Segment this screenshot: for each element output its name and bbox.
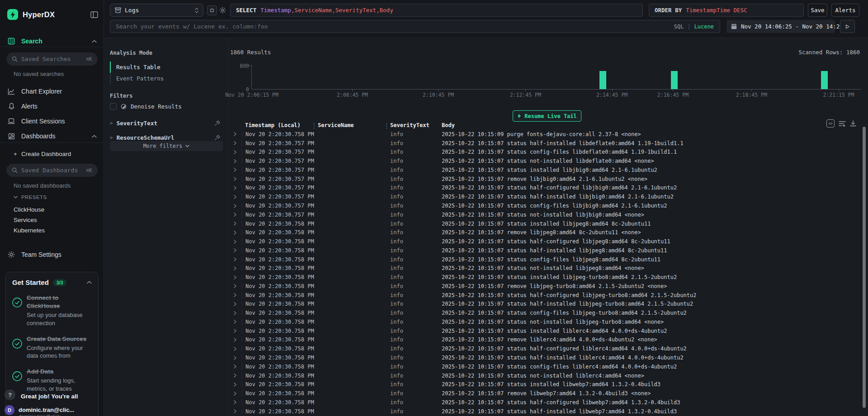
table-row[interactable]: Nov 20 2:20:30.758 PMinfo2025-10-22 10:1…: [228, 282, 865, 291]
table-row[interactable]: Nov 20 2:20:30.758 PMinfo2025-10-22 10:1…: [228, 264, 865, 273]
alerts-button[interactable]: Alerts: [831, 4, 859, 17]
expand-row-chevron-icon[interactable]: [228, 329, 242, 333]
source-settings-gear-icon[interactable]: [218, 5, 227, 14]
lucene-mode-option[interactable]: Lucene: [694, 24, 714, 30]
expand-row-chevron-icon[interactable]: [228, 311, 242, 315]
chevron-up-icon[interactable]: [92, 40, 97, 43]
table-row[interactable]: Nov 20 2:20:30.758 PMinfo2025-10-22 10:1…: [228, 398, 865, 407]
pin-icon[interactable]: [215, 135, 220, 140]
expand-row-chevron-icon[interactable]: [228, 141, 242, 145]
pin-icon[interactable]: [215, 120, 220, 126]
table-row[interactable]: Nov 20 2:20:30.758 PMinfo2025-10-22 10:1…: [228, 326, 865, 336]
analysis-mode-option[interactable]: Results Table: [110, 61, 224, 73]
expand-row-chevron-icon[interactable]: [228, 284, 242, 288]
date-range-picker[interactable]: Nov 20 14:06:25 - Nov 20 14:21:25: [726, 20, 835, 33]
table-row[interactable]: Nov 20 2:20:30.757 PMinfo2025-10-22 10:1…: [228, 210, 865, 219]
select-columns-input[interactable]: SELECT Timestamp ,ServiceName,SeverityTe…: [230, 4, 643, 17]
preset-item[interactable]: Services: [14, 215, 45, 225]
table-row[interactable]: Nov 20 2:20:30.758 PMinfo2025-10-22 10:1…: [228, 308, 865, 317]
preset-item[interactable]: Kubernetes: [14, 225, 45, 236]
table-row[interactable]: Nov 20 2:20:30.758 PMinfo2025-10-22 10:1…: [228, 362, 865, 371]
expand-row-chevron-icon[interactable]: [228, 186, 242, 190]
get-started-item[interactable]: Add DataStart sending logs, metrics, or …: [12, 368, 92, 392]
chevron-up-icon[interactable]: [92, 135, 97, 138]
table-row[interactable]: Nov 20 2:20:30.757 PMinfo2025-10-22 10:1…: [228, 139, 865, 148]
table-row[interactable]: Nov 20 2:20:30.758 PMinfo2025-10-22 10:1…: [228, 130, 865, 139]
expand-row-chevron-icon[interactable]: [228, 338, 242, 342]
source-select[interactable]: Logs: [110, 4, 203, 17]
expand-row-chevron-icon[interactable]: [228, 159, 242, 163]
expand-row-chevron-icon[interactable]: [228, 257, 242, 261]
filter-field-row[interactable]: >SeverityText: [110, 116, 224, 130]
histogram-bar[interactable]: [599, 71, 606, 89]
run-query-button[interactable]: [840, 20, 855, 33]
get-started-header[interactable]: Get Started 3/3: [12, 279, 92, 286]
table-row[interactable]: Nov 20 2:20:30.758 PMinfo2025-10-22 10:1…: [228, 255, 865, 264]
expand-row-chevron-icon[interactable]: [228, 383, 242, 387]
table-row[interactable]: Nov 20 2:20:30.758 PMinfo2025-10-22 10:1…: [228, 273, 865, 282]
table-row[interactable]: Nov 20 2:20:30.758 PMinfo2025-10-22 10:1…: [228, 344, 865, 353]
table-row[interactable]: Nov 20 2:20:30.758 PMinfo2025-10-22 10:1…: [228, 336, 865, 345]
get-started-item[interactable]: Create Data SourcesConfigure where your …: [12, 335, 92, 360]
sidebar-item-alerts[interactable]: Alerts: [0, 100, 104, 112]
table-row[interactable]: Nov 20 2:20:30.758 PMinfo2025-10-22 10:1…: [228, 219, 865, 228]
table-row[interactable]: Nov 20 2:20:30.757 PMinfo2025-10-22 10:1…: [228, 184, 865, 193]
search-input[interactable]: [110, 20, 720, 33]
column-header-body[interactable]: Body: [442, 122, 865, 128]
analysis-mode-option[interactable]: Event Patterns: [110, 73, 224, 84]
table-row[interactable]: Nov 20 2:20:30.757 PMinfo2025-10-22 10:1…: [228, 201, 865, 210]
source-compact-toggle-icon[interactable]: [207, 5, 217, 15]
saved-dashboards-input[interactable]: Saved Dashboards ⌘K: [6, 164, 98, 177]
table-row[interactable]: Nov 20 2:20:30.758 PMinfo2025-10-22 10:1…: [228, 371, 865, 380]
table-row[interactable]: Nov 20 2:20:30.758 PMinfo2025-10-22 10:1…: [228, 407, 865, 416]
help-button[interactable]: ?: [5, 389, 15, 400]
column-header-timestamp[interactable]: Timestamp (Local): [242, 122, 318, 128]
expand-row-chevron-icon[interactable]: [228, 195, 242, 199]
order-by-input[interactable]: ORDER BY TimestampTime DESC: [649, 4, 804, 17]
sidebar-item-chart-explorer[interactable]: Chart Explorer: [0, 85, 104, 97]
expand-row-chevron-icon[interactable]: [228, 400, 242, 404]
hyperdx-logo-icon[interactable]: [7, 9, 18, 20]
table-row[interactable]: Nov 20 2:20:30.758 PMinfo2025-10-22 10:1…: [228, 317, 865, 326]
histogram-bar[interactable]: [821, 71, 828, 89]
expand-row-chevron-icon[interactable]: [228, 356, 242, 360]
user-menu[interactable]: D dominic.tran@clic...: [5, 404, 99, 416]
expand-row-chevron-icon[interactable]: [228, 168, 242, 172]
expand-row-chevron-icon[interactable]: [228, 347, 242, 351]
expand-row-chevron-icon[interactable]: [228, 409, 242, 413]
expand-row-chevron-icon[interactable]: [228, 231, 242, 235]
column-header-servicename[interactable]: ServiceName: [318, 122, 390, 128]
presets-toggle[interactable]: PRESETS: [14, 194, 47, 200]
resume-live-tail-button[interactable]: Resume Live Tail: [513, 110, 581, 122]
more-filters-button[interactable]: More filters: [110, 141, 223, 151]
expand-row-chevron-icon[interactable]: [228, 392, 242, 396]
expand-row-chevron-icon[interactable]: [228, 248, 242, 252]
get-started-item[interactable]: Connect to ClickHouseSet up your databas…: [12, 294, 92, 327]
expand-row-chevron-icon[interactable]: [228, 240, 242, 244]
sql-mode-option[interactable]: SQL: [674, 24, 684, 30]
expand-row-chevron-icon[interactable]: [228, 222, 242, 226]
column-header-severitytext[interactable]: SeverityText: [390, 122, 442, 128]
expand-row-chevron-icon[interactable]: [228, 364, 242, 369]
expand-row-chevron-icon[interactable]: [228, 177, 242, 181]
expand-row-chevron-icon[interactable]: [228, 320, 242, 324]
saved-searches-input[interactable]: Saved Searches ⌘K: [6, 52, 98, 66]
table-row[interactable]: Nov 20 2:20:30.758 PMinfo2025-10-22 10:1…: [228, 246, 865, 255]
create-dashboard-button[interactable]: + Create Dashboard: [0, 148, 104, 160]
table-row[interactable]: Nov 20 2:20:30.757 PMinfo2025-10-22 10:1…: [228, 156, 865, 165]
table-row[interactable]: Nov 20 2:20:30.758 PMinfo2025-10-22 10:1…: [228, 228, 865, 237]
table-row[interactable]: Nov 20 2:20:30.758 PMinfo2025-10-22 10:1…: [228, 300, 865, 309]
expand-row-chevron-icon[interactable]: [228, 275, 242, 279]
expand-row-chevron-icon[interactable]: [228, 293, 242, 297]
table-row[interactable]: Nov 20 2:20:30.757 PMinfo2025-10-22 10:1…: [228, 192, 865, 201]
expand-row-chevron-icon[interactable]: [228, 302, 242, 306]
expand-row-chevron-icon[interactable]: [228, 132, 242, 136]
denoise-checkbox[interactable]: [110, 103, 117, 110]
table-row[interactable]: Nov 20 2:20:30.758 PMinfo2025-10-22 10:1…: [228, 291, 865, 300]
table-row[interactable]: Nov 20 2:20:30.757 PMinfo2025-10-22 10:1…: [228, 148, 865, 157]
chevron-up-icon[interactable]: [87, 281, 92, 284]
expand-row-chevron-icon[interactable]: [228, 213, 242, 217]
expand-row-chevron-icon[interactable]: [228, 373, 242, 378]
expand-row-chevron-icon[interactable]: [228, 150, 242, 154]
sidebar-item-search[interactable]: Search: [0, 35, 104, 47]
